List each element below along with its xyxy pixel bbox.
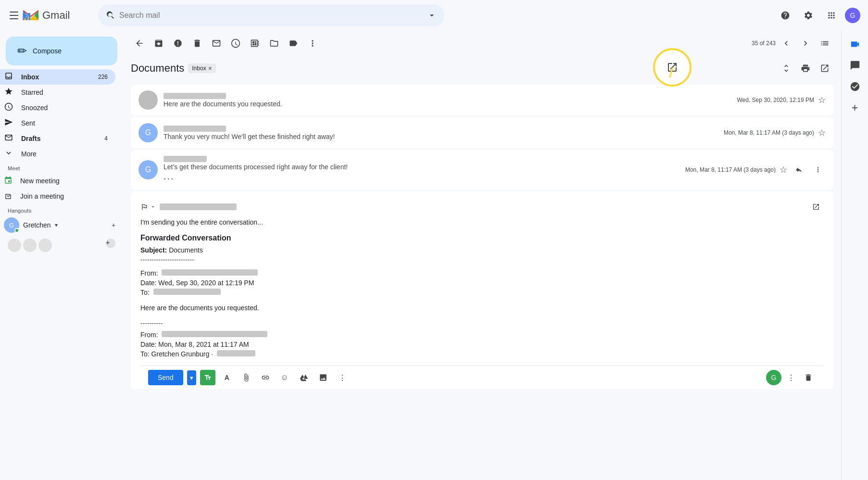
more-chevron-icon: [4, 149, 13, 160]
sidebar-item-starred[interactable]: Starred: [0, 85, 115, 100]
search-icon: [106, 11, 115, 20]
help-button[interactable]: [776, 6, 795, 25]
sidebar-item-join-meeting[interactable]: Join a meeting: [0, 189, 115, 204]
user-avatar[interactable]: G: [845, 8, 860, 23]
bottom-avatar-3[interactable]: [38, 239, 52, 252]
compose-button[interactable]: ✏ Compose: [6, 37, 117, 65]
forwarded-header: Forwarded Conversation: [140, 234, 824, 242]
view-options-button[interactable]: [816, 35, 833, 52]
more-insert-button[interactable]: ⋮: [335, 370, 350, 385]
sub-to-blurred: [217, 350, 255, 356]
to-blurred: [153, 289, 221, 295]
sidebar-snoozed-label: Snoozed: [21, 104, 108, 112]
insert-emoji-button[interactable]: ☺: [277, 370, 292, 385]
archive-button[interactable]: [150, 35, 167, 52]
prev-thread-button[interactable]: [778, 35, 795, 52]
back-button[interactable]: [131, 35, 148, 52]
gmail-text: Gmail: [42, 9, 70, 22]
insert-link-button[interactable]: [258, 370, 273, 385]
add-hangout-button[interactable]: +: [108, 219, 119, 231]
bottom-avatar-1[interactable]: [8, 239, 21, 252]
email-3-collapsed[interactable]: G Let's get these documents processed ri…: [131, 150, 833, 189]
email-2-snippet: Thank you very much! We'll get these fin…: [164, 133, 718, 140]
from-blurred: [162, 269, 258, 276]
sidebar-item-sent[interactable]: Sent: [0, 115, 115, 131]
email-1-star-button[interactable]: ☆: [818, 95, 826, 105]
right-panel-meet-icon[interactable]: [845, 35, 865, 54]
email-3-snippet: Let's get these documents processed righ…: [164, 163, 679, 171]
bold-button[interactable]: A: [219, 370, 235, 385]
add-task-button[interactable]: [246, 35, 264, 52]
email-3-more-button[interactable]: [810, 162, 826, 177]
bottom-avatar-add[interactable]: +: [106, 239, 115, 248]
right-panel-spaces-icon[interactable]: [845, 77, 865, 96]
topbar: M Gmail G: [0, 0, 868, 31]
formatting-options-button[interactable]: [200, 370, 215, 385]
attach-button[interactable]: [239, 370, 254, 385]
sidebar-drafts-label: Drafts: [21, 135, 97, 142]
email-message-2: G Thank you very much! We'll get these f…: [131, 117, 833, 148]
hangouts-user-item[interactable]: G Gretchen ▾ +: [0, 215, 123, 235]
report-spam-button[interactable]: [169, 35, 187, 52]
send-button[interactable]: Send: [148, 370, 183, 385]
email-1-collapsed[interactable]: Here are the documents you requested. We…: [131, 85, 833, 115]
sub-from-blurred: [162, 331, 267, 337]
more-compose-options-button[interactable]: ⋮: [783, 370, 799, 385]
email-1-date: Wed, Sep 30, 2020, 12:19 PM: [737, 97, 814, 103]
forwarded-sender-name: [160, 203, 237, 210]
email-3-avatar: G: [138, 160, 158, 179]
inbox-badge: 226: [98, 74, 108, 80]
email-2-sender: [164, 126, 226, 132]
search-dropdown-button[interactable]: [427, 11, 437, 20]
discard-button[interactable]: [801, 370, 816, 385]
compose-label: Compose: [33, 47, 62, 55]
apps-button[interactable]: [822, 6, 841, 25]
delete-button[interactable]: [189, 35, 206, 52]
search-input[interactable]: [119, 11, 423, 20]
sidebar-item-drafts[interactable]: Drafts 4: [0, 131, 115, 146]
forwarded-date-line: Date: Wed, Sep 30, 2020 at 12:19 PM: [140, 279, 824, 287]
hangouts-user-info: Gretchen: [23, 221, 51, 229]
email-3-star-button[interactable]: ☆: [780, 164, 787, 175]
snooze-button[interactable]: [227, 35, 244, 52]
expand-all-button[interactable]: [778, 60, 795, 77]
sidebar-item-snoozed[interactable]: Snoozed: [0, 100, 115, 115]
insert-drive-button[interactable]: [296, 370, 312, 385]
print-button[interactable]: [797, 60, 814, 77]
drafts-badge: 4: [104, 135, 108, 142]
sidebar-item-inbox[interactable]: Inbox 226: [0, 69, 115, 85]
thread-header: Documents Inbox ×: [131, 56, 833, 85]
email-2-date: Mon, Mar 8, 11:17 AM (3 days ago): [724, 129, 814, 136]
right-panel-add-button[interactable]: +: [845, 98, 865, 117]
sidebar-inbox-label: Inbox: [21, 73, 90, 81]
forwarded-content: Forwarded Conversation Subject: Document…: [140, 234, 824, 358]
email-2-collapsed[interactable]: G Thank you very much! We'll get these f…: [131, 117, 833, 148]
insert-photo-button[interactable]: [315, 370, 331, 385]
forwarded-email-section: I'm sending you the entire conversation.…: [131, 191, 833, 389]
more-toolbar-button[interactable]: [304, 35, 321, 52]
expand-forward-button[interactable]: [808, 199, 824, 215]
sidebar-sent-label: Sent: [21, 119, 108, 127]
hamburger-menu-button[interactable]: [8, 10, 19, 21]
sidebar: ✏ Compose Inbox 226 Starred: [0, 31, 123, 480]
send-dropdown-button[interactable]: ▾: [187, 370, 196, 385]
forwarded-sender-row: [140, 199, 824, 215]
label-close-button[interactable]: ×: [208, 64, 212, 72]
move-to-button[interactable]: [265, 35, 283, 52]
email-2-star-button[interactable]: ☆: [818, 127, 826, 138]
email-3-preview: Let's get these documents processed righ…: [164, 156, 679, 184]
bottom-avatar-2[interactable]: [23, 239, 37, 252]
sidebar-item-more[interactable]: More: [0, 146, 115, 162]
email-2-meta: Mon, Mar 8, 11:17 AM (3 days ago) ☆: [724, 127, 826, 138]
email-3-reply-button[interactable]: [791, 162, 806, 177]
label-button[interactable]: [285, 35, 302, 52]
right-panel-chat-icon[interactable]: [845, 56, 865, 75]
open-in-new-button[interactable]: [816, 60, 833, 77]
forwarded-actions: [808, 199, 824, 215]
settings-button[interactable]: [799, 6, 818, 25]
sub-date-line: Date: Mon, Mar 8, 2021 at 11:17 AM: [140, 341, 824, 348]
sidebar-item-new-meeting[interactable]: New meeting: [0, 173, 115, 189]
mark-unread-button[interactable]: [208, 35, 225, 52]
next-thread-button[interactable]: [797, 35, 814, 52]
inbox-icon: [4, 72, 13, 83]
